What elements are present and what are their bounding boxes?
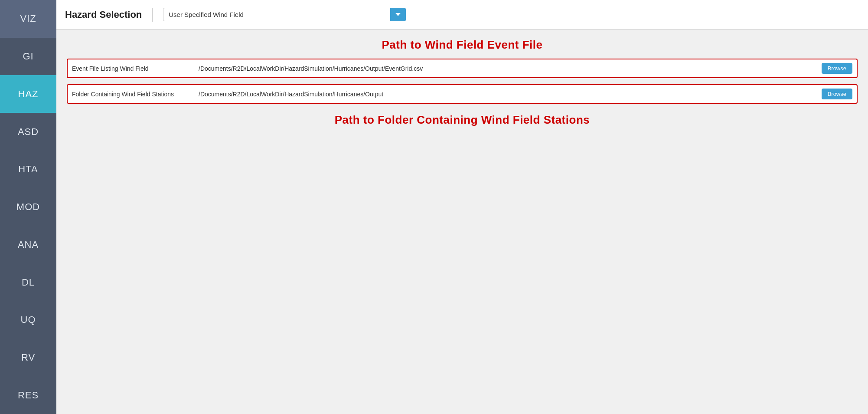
sidebar-item-ana[interactable]: ANA [0,226,56,263]
content-area: Path to Wind Field Event File Event File… [56,30,868,414]
sidebar-label-uq: UQ [21,314,36,325]
hazard-type-dropdown-container: User Specified Wind Field [163,8,406,21]
page-title: Hazard Selection [65,9,142,20]
sidebar-item-haz[interactable]: HAZ [0,75,56,113]
event-file-label: Event File Listing Wind Field [72,65,193,72]
sidebar-item-dl[interactable]: DL [0,263,56,301]
sidebar-label-hta: HTA [18,164,38,175]
sidebar-item-res[interactable]: RES [0,376,56,414]
header-divider [152,8,153,22]
sidebar-item-mod[interactable]: MOD [0,188,56,226]
sidebar-item-rv[interactable]: RV [0,339,56,377]
header: Hazard Selection User Specified Wind Fie… [56,0,868,30]
sidebar-label-viz: VIZ [20,13,36,24]
sidebar-label-asd: ASD [18,126,39,138]
sidebar-item-viz[interactable]: VIZ [0,0,56,38]
folder-value: /Documents/R2D/LocalWorkDir/HazardSimula… [199,91,816,98]
sidebar-label-dl: DL [22,277,35,288]
browse-folder-button[interactable]: Browse [822,89,852,99]
browse-event-file-button[interactable]: Browse [822,63,852,74]
sidebar-label-ana: ANA [18,239,39,250]
folder-label: Folder Containing Wind Field Stations [72,91,193,98]
sidebar-label-mod: MOD [16,201,40,213]
section1-title: Path to Wind Field Event File [67,38,858,52]
sidebar-label-gi: GI [23,51,33,62]
sidebar-item-uq[interactable]: UQ [0,301,56,339]
section2-title: Path to Folder Containing Wind Field Sta… [67,113,858,127]
sidebar-label-res: RES [18,390,39,401]
sidebar: VIZ GI HAZ ASD HTA MOD ANA DL UQ RV RES [0,0,56,414]
event-file-row: Event File Listing Wind Field /Documents… [67,59,858,78]
sidebar-label-rv: RV [21,352,35,363]
hazard-type-dropdown[interactable]: User Specified Wind Field [163,8,406,21]
sidebar-item-asd[interactable]: ASD [0,113,56,151]
main-content: Hazard Selection User Specified Wind Fie… [56,0,868,414]
folder-row: Folder Containing Wind Field Stations /D… [67,84,858,104]
sidebar-label-haz: HAZ [18,89,39,100]
event-file-value: /Documents/R2D/LocalWorkDir/HazardSimula… [199,65,816,72]
sidebar-item-hta[interactable]: HTA [0,151,56,188]
sidebar-item-gi[interactable]: GI [0,38,56,76]
